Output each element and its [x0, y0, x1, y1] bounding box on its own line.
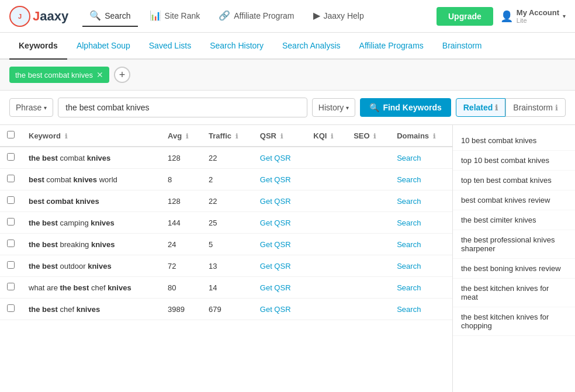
seo-cell [347, 169, 390, 190]
traffic-cell: 25 [202, 212, 253, 234]
keyword-cell: best combat knives world [22, 169, 161, 190]
select-all-checkbox[interactable] [7, 131, 15, 138]
nav-affiliate-label: Affiliate Program [234, 11, 294, 20]
keyword-info-icon[interactable]: ℹ [65, 133, 67, 140]
sidebar-related-item[interactable]: 10 best combat knives [453, 131, 575, 151]
add-tag-button[interactable]: + [114, 67, 130, 83]
site-rank-icon: 📊 [150, 10, 161, 21]
get-qsr-link[interactable]: Get QSR [260, 305, 291, 314]
tab-keywords[interactable]: Keywords [9, 33, 67, 60]
seo-cell [347, 299, 390, 320]
qsr-info-icon[interactable]: ℹ [280, 133, 283, 140]
avg-cell: 72 [161, 255, 202, 277]
avg-info-icon[interactable]: ℹ [186, 133, 188, 140]
keyword-cell: the best breaking knives [22, 234, 161, 255]
avg-cell: 144 [161, 212, 202, 234]
domains-search-link[interactable]: Search [397, 262, 421, 270]
row-checkbox[interactable] [7, 153, 15, 161]
history-dropdown[interactable]: History ▾ [312, 98, 356, 117]
get-qsr-link[interactable]: Get QSR [260, 197, 291, 206]
nav-help[interactable]: ▶ Jaaxy Help [306, 5, 371, 27]
seo-cell [347, 212, 390, 234]
logo-icon: J [9, 6, 30, 27]
nav-affiliate[interactable]: 🔗 Affiliate Program [212, 5, 301, 27]
domains-search-link[interactable]: Search [397, 283, 421, 292]
find-keywords-button[interactable]: 🔍 Find Keywords [360, 98, 451, 117]
domains-search-link[interactable]: Search [397, 154, 421, 162]
row-checkbox[interactable] [7, 304, 15, 312]
sidebar-related-item[interactable]: top 10 best combat knives [453, 151, 575, 171]
row-checkbox[interactable] [7, 283, 15, 290]
get-qsr-link[interactable]: Get QSR [260, 283, 291, 292]
related-brainstorm-group: Related ℹ Brainstorm ℹ [456, 98, 566, 117]
seo-info-icon[interactable]: ℹ [373, 133, 376, 140]
tab-affiliate-programs[interactable]: Affiliate Programs [350, 33, 433, 60]
domains-search-link[interactable]: Search [397, 175, 421, 184]
traffic-column-header: Traffic ℹ [202, 125, 253, 147]
kqi-column-header: KQI ℹ [306, 125, 347, 147]
table-row: the best outdoor knives7213Get QSRSearch [0, 255, 452, 277]
avg-cell: 8 [161, 169, 202, 190]
avg-cell: 128 [161, 190, 202, 212]
brainstorm-button[interactable]: Brainstorm ℹ [505, 98, 566, 117]
nav-site-rank[interactable]: 📊 Site Rank [143, 5, 207, 27]
row-checkbox[interactable] [7, 240, 15, 247]
kqi-cell [306, 147, 347, 169]
traffic-cell: 22 [202, 190, 253, 212]
domains-info-icon[interactable]: ℹ [433, 133, 435, 140]
get-qsr-link[interactable]: Get QSR [260, 262, 291, 270]
sidebar-related-item[interactable]: the best cimiter knives [453, 210, 575, 230]
seo-cell [347, 255, 390, 277]
get-qsr-link[interactable]: Get QSR [260, 218, 291, 227]
sidebar-related-item[interactable]: the best kitchen knives for meat [453, 279, 575, 307]
table-row: the best chef knives3989679Get QSRSearch [0, 299, 452, 320]
related-button[interactable]: Related ℹ [456, 98, 506, 117]
related-info-icon[interactable]: ℹ [495, 103, 498, 112]
keyword-search-input[interactable] [58, 98, 307, 117]
row-checkbox[interactable] [7, 196, 15, 204]
related-sidebar: 10 best combat knivestop 10 best combat … [452, 125, 575, 392]
my-account-menu[interactable]: 👤 My Account Lite ▾ [500, 8, 566, 24]
kqi-info-icon[interactable]: ℹ [331, 133, 333, 140]
sidebar-related-item[interactable]: best combat knives review [453, 190, 575, 210]
phrase-dropdown[interactable]: Phrase ▾ [9, 98, 53, 117]
tab-brainstorm[interactable]: Brainstorm [433, 33, 491, 60]
row-checkbox[interactable] [7, 175, 15, 182]
get-qsr-link[interactable]: Get QSR [260, 175, 291, 184]
search-tag-text: the best combat knives [15, 71, 93, 79]
sidebar-related-item[interactable]: the best boning knives review [453, 259, 575, 279]
domains-search-link[interactable]: Search [397, 218, 421, 227]
logo-text: Jaaxy [33, 9, 68, 24]
domains-search-link[interactable]: Search [397, 305, 421, 314]
traffic-cell: 14 [202, 277, 253, 299]
row-checkbox[interactable] [7, 261, 15, 269]
keywords-table-area: Keyword ℹ Avg ℹ Traffic ℹ QSR ℹ [0, 125, 452, 392]
row-checkbox[interactable] [7, 218, 15, 226]
select-all-header [0, 125, 22, 147]
tab-alphabet-soup[interactable]: Alphabet Soup [67, 33, 140, 60]
domains-search-link[interactable]: Search [397, 240, 421, 249]
brainstorm-info-icon[interactable]: ℹ [555, 103, 558, 112]
upgrade-button[interactable]: Upgrade [437, 7, 493, 26]
account-icon: 👤 [500, 10, 513, 23]
table-row: the best breaking knives245Get QSRSearch [0, 234, 452, 255]
kqi-cell [306, 190, 347, 212]
get-qsr-link[interactable]: Get QSR [260, 240, 291, 249]
traffic-cell: 679 [202, 299, 253, 320]
sidebar-related-item[interactable]: top ten best combat knives [453, 171, 575, 190]
tab-saved-lists[interactable]: Saved Lists [140, 33, 200, 60]
sidebar-related-item[interactable]: the best professional knives sharpener [453, 230, 575, 259]
nav-site-rank-label: Site Rank [165, 11, 200, 20]
get-qsr-link[interactable]: Get QSR [260, 154, 291, 162]
sidebar-related-item[interactable]: the best kitchen knives for chopping [453, 307, 575, 336]
keyword-cell: best combat knives [22, 190, 161, 212]
domains-search-link[interactable]: Search [397, 197, 421, 206]
qsr-column-header: QSR ℹ [253, 125, 307, 147]
nav-search[interactable]: 🔍 Search [82, 5, 137, 27]
tab-search-history[interactable]: Search History [200, 33, 273, 60]
tag-close-button[interactable]: ✕ [96, 70, 103, 79]
logo[interactable]: J Jaaxy [9, 6, 68, 27]
tab-search-analysis[interactable]: Search Analysis [273, 33, 350, 60]
history-chevron-icon: ▾ [346, 105, 349, 111]
traffic-info-icon[interactable]: ℹ [235, 133, 238, 140]
